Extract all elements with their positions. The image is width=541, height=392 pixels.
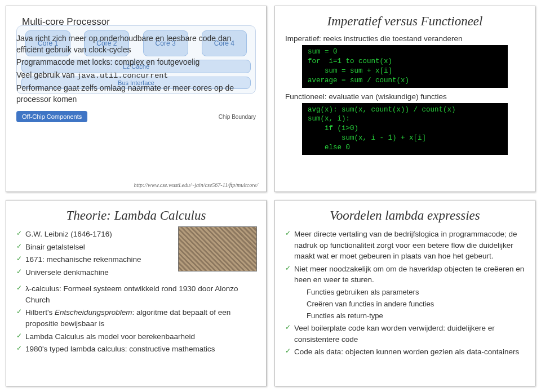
- sub-return: Functies als return-type: [307, 311, 525, 322]
- chip-boundary-label: Chip Boundary: [219, 114, 256, 120]
- slide-title: Imperatief versus Functioneel: [285, 14, 525, 29]
- subhead-imperatief: Imperatief: reeks instructies die toesta…: [285, 34, 525, 43]
- advantage-bullets: Meer directe vertaling van de bedrijfslo…: [285, 229, 525, 358]
- slide-title: Theorie: Lambda Calculus: [16, 208, 256, 223]
- code-functional: avg(x): sum(x, count(x)) / count(x) sum(…: [302, 103, 508, 155]
- bullet-hilbert: Hilbert's Entscheidungsproblem: algoritm…: [16, 307, 256, 329]
- slide-lambda-theory: Theorie: Lambda Calculus G.W. Leibniz (1…: [6, 200, 267, 386]
- top-bullets: G.W. Leibniz (1646-1716) Binair getalste…: [16, 229, 163, 278]
- bullet-direct-translation: Meer directe vertaling van de bedrijfslo…: [285, 229, 525, 262]
- bullet-util-concurrent: Veel gebruik van java.util.concurrent: [16, 69, 256, 82]
- bullet-code-as-data: Code als data: objecten kunnen worden ge…: [285, 346, 525, 358]
- slide-voordelen-lambda: Voordelen lambda expressies Meer directe…: [274, 200, 535, 386]
- source-link: http://www.cse.wustl.edu/~jain/cse567-11…: [134, 182, 258, 188]
- slide-title: Multi-core Processor: [22, 15, 256, 29]
- slide-title: Voordelen lambda expressies: [285, 208, 525, 223]
- slide-imperatief-functioneel: Imperatief versus Functioneel Imperatief…: [274, 6, 535, 192]
- leibniz-machine-image: [178, 226, 257, 271]
- offchip-box: Off-Chip Components: [16, 111, 87, 122]
- bullet-binary: Binair getalstelsel: [16, 242, 163, 253]
- bullet-denkmachine: Universele denkmachine: [16, 267, 163, 278]
- subhead-functioneel: Functioneel: evaluatie van (wiskundige) …: [285, 92, 525, 101]
- bullet-lambda-calculus: λ-calculus: Formeel systeem ontwikkeld r…: [16, 283, 256, 305]
- slide-multicore: Core 1 Core 2 Core 3 Core 4 L2 Cache Bus…: [6, 6, 267, 192]
- bullet-boilerplate: Veel boilerplate code kan worden verwijd…: [285, 323, 525, 345]
- sub-create: Creëren van functies in andere functies: [307, 299, 525, 310]
- bullet-1671: 1671: mechanische rekenmachine: [16, 254, 163, 265]
- sub-bullets: Functies gebruiken als parameters Creëre…: [307, 287, 525, 322]
- bullet-model: Lambda Calculus als model voor berekenba…: [16, 331, 256, 342]
- bullet-readable-code: Java richt zich meer op onderhoudbare en…: [16, 33, 256, 56]
- bullet-locks: Programmacode met locks: complex en fout…: [16, 56, 256, 68]
- code-java-util-concurrent: java.util.concurrent: [77, 72, 168, 80]
- bullet-typed: 1980's typed lambda calculus: constructi…: [16, 344, 256, 355]
- bullet-no-objects: Niet meer noodzakelijk om om de haverkla…: [285, 264, 525, 322]
- bottom-bullets: λ-calculus: Formeel systeem ontwikkeld r…: [16, 283, 256, 354]
- bullet-leibniz: G.W. Leibniz (1646-1716): [16, 229, 163, 240]
- sub-params: Functies gebruiken als parameters: [307, 287, 525, 298]
- code-imperative: sum = 0 for i=1 to count(x) sum = sum + …: [302, 45, 508, 88]
- bullet-performance: Performance gaat zelfs omlaag naarmate e…: [16, 82, 256, 105]
